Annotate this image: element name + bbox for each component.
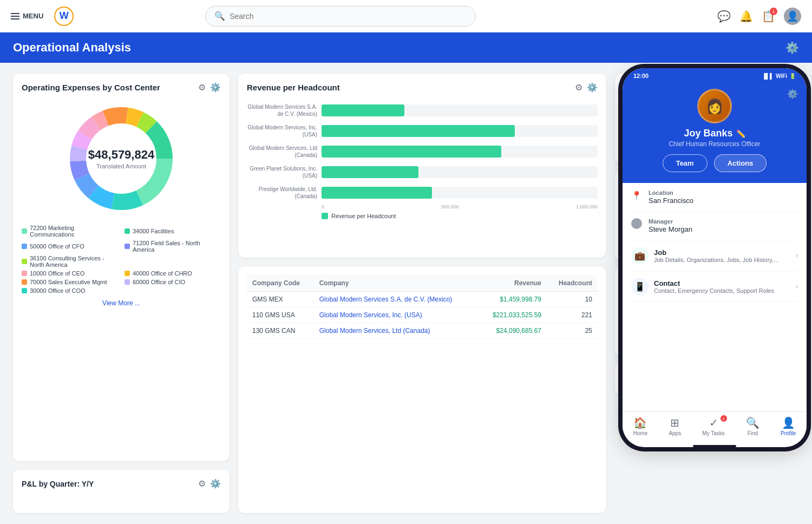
- cell-company[interactable]: Global Modern Services, Ltd (Canada): [314, 323, 479, 339]
- cell-code: 130 GMS CAN: [247, 323, 314, 339]
- job-section-left: 💼 Job Job Details, Organizations, Jobs, …: [631, 247, 778, 264]
- bar-fill: [322, 104, 404, 116]
- contact-section-left: 📱 Contact Contact, Emergency Contacts, S…: [631, 278, 774, 295]
- legend-label: Revenue per Headcount: [331, 213, 396, 219]
- find-label: Find: [748, 430, 758, 436]
- team-button[interactable]: Team: [663, 154, 708, 172]
- legend-item: 72200 Marketing Communications: [22, 225, 118, 238]
- cell-headcount: 10: [547, 292, 598, 307]
- contact-section-title: Contact: [654, 279, 774, 287]
- donut-center: $48,579,824 Translated Amount: [88, 148, 154, 169]
- cell-company[interactable]: Global Modern Services S.A. de C.V. (Mex…: [314, 292, 479, 307]
- actions-button[interactable]: Actions: [714, 154, 767, 172]
- card-header: Operating Expenses by Cost Center ⚙ ⚙️: [22, 82, 221, 93]
- job-section-row[interactable]: 💼 Job Job Details, Organizations, Jobs, …: [631, 240, 798, 271]
- donut-card-title: Operating Expenses by Cost Center: [22, 83, 160, 92]
- nav-logo[interactable]: W: [54, 6, 74, 26]
- phone-gear-icon[interactable]: ⚙️: [787, 89, 798, 99]
- manager-label: Manager: [649, 218, 798, 225]
- bar-chart-actions[interactable]: ⚙ ⚙️: [575, 82, 598, 93]
- left-column: Operating Expenses by Cost Center ⚙ ⚙️: [13, 74, 230, 513]
- legend-item: 34000 Facilities: [125, 225, 221, 238]
- pl-card-actions[interactable]: ⚙ ⚙️: [198, 479, 221, 489]
- bar-track: [322, 125, 598, 137]
- contact-icon: 📱: [631, 278, 649, 295]
- notifications-button[interactable]: 🔔: [739, 10, 753, 23]
- settings-icon-card: ⚙️: [210, 82, 221, 93]
- edit-icon[interactable]: ✏️: [736, 129, 745, 138]
- donut-chart: $48,579,824 Translated Amount: [62, 99, 181, 218]
- bar-track: [322, 146, 598, 158]
- location-icon: 📍: [631, 191, 642, 201]
- tasks-icon: ✓ 1: [709, 416, 718, 429]
- home-label: Home: [633, 430, 648, 436]
- battery-icon: 🔋: [789, 73, 796, 79]
- bar-label: Green Planet Solutions, Inc. (USA): [247, 165, 317, 179]
- home-indicator: [693, 445, 736, 447]
- view-more-button[interactable]: View More ...: [22, 299, 221, 307]
- contact-section-content: Contact Contact, Emergency Contacts, Sup…: [654, 279, 774, 294]
- menu-label: MENU: [23, 12, 43, 20]
- phone-status-bar: 12:00 ▐▌▌ WiFi 🔋: [623, 68, 807, 83]
- home-icon: 🏠: [633, 416, 647, 429]
- job-section-sub: Job Details, Organizations, Jobs, Job Hi…: [654, 257, 778, 263]
- bar-fill: [322, 187, 432, 199]
- table-row: 110 GMS USA Global Modern Services, Inc.…: [247, 307, 598, 323]
- nav-apps[interactable]: ⊞ Apps: [669, 416, 681, 436]
- filter-icon: ⚙: [198, 479, 206, 489]
- data-table: Company Code Company Revenue Headcount G…: [247, 275, 598, 339]
- manager-value: Steve Morgan: [649, 225, 798, 233]
- legend-item: 10000 Office of CEO: [22, 270, 118, 277]
- bar-chart-header: Revenue per Headcount ⚙ ⚙️: [247, 82, 598, 93]
- cell-headcount: 25: [547, 323, 598, 339]
- search-bar[interactable]: 🔍: [205, 6, 476, 27]
- nav-profile[interactable]: 👤 Profile: [781, 416, 796, 436]
- user-avatar[interactable]: 👤: [784, 8, 801, 25]
- nav-find[interactable]: 🔍 Find: [746, 416, 759, 436]
- table-row: GMS MEX Global Modern Services S.A. de C…: [247, 292, 598, 307]
- contact-section-row[interactable]: 📱 Contact Contact, Emergency Contacts, S…: [631, 271, 798, 302]
- search-input[interactable]: [230, 12, 467, 21]
- bar-fill: [322, 166, 418, 178]
- legend-item: 40000 Office of CHRO: [125, 270, 221, 277]
- settings-icon[interactable]: ⚙️: [785, 41, 799, 54]
- bar-track: [322, 104, 598, 116]
- bar-fill: [322, 125, 515, 137]
- nav-tasks[interactable]: ✓ 1 My Tasks: [702, 416, 725, 436]
- cell-headcount: 221: [547, 307, 598, 323]
- page-title: Operational Analysis: [13, 41, 131, 55]
- chat-button[interactable]: 💬: [717, 10, 731, 23]
- donut-container: $48,579,824 Translated Amount: [22, 99, 221, 218]
- pl-card-header: P&L by Quarter: Y/Y ⚙ ⚙️: [22, 479, 221, 489]
- tasks-label: My Tasks: [702, 430, 725, 436]
- settings-icon: ⚙️: [210, 479, 221, 489]
- phone-user-name: Joy Banks ✏️: [684, 128, 745, 139]
- bar-row: Global Modern Services, Inc. (USA): [247, 124, 598, 138]
- contact-section-sub: Contact, Emergency Contacts, Support Rol…: [654, 287, 774, 294]
- cell-company[interactable]: Global Modern Services, Inc. (USA): [314, 307, 479, 323]
- bar-chart-area: Global Modern Services S.A. de C.V. (Mex…: [247, 99, 598, 204]
- wifi-icon: WiFi: [776, 73, 787, 79]
- cell-revenue: $1,459,998.79: [479, 292, 547, 307]
- phone-body: 📍 Location San Francisco Manager Steve M…: [623, 183, 807, 411]
- pl-card: P&L by Quarter: Y/Y ⚙ ⚙️: [13, 470, 230, 513]
- col-company: Company: [314, 275, 479, 292]
- bar-label: Global Modern Services S.A. de C.V. (Mex…: [247, 103, 317, 117]
- chevron-icon: ›: [796, 283, 798, 290]
- location-row: 📍 Location San Francisco: [631, 183, 798, 212]
- mobile-phone: 12:00 ▐▌▌ WiFi 🔋 ⚙️ 👩 Joy Banks ✏️ Chief…: [623, 68, 807, 447]
- filter-icon: ⚙: [198, 82, 206, 93]
- card-actions[interactable]: ⚙ ⚙️: [198, 82, 221, 93]
- legend-item: 70000 Sales Executive Mgmt: [22, 279, 118, 285]
- profile-label: Profile: [781, 430, 796, 436]
- location-value: San Francisco: [649, 196, 798, 205]
- menu-button[interactable]: MENU: [11, 12, 43, 20]
- bar-chart-card: Revenue per Headcount ⚙ ⚙️ Global Modern…: [238, 74, 606, 258]
- inbox-button[interactable]: 📋 1: [762, 10, 775, 23]
- nav-home[interactable]: 🏠 Home: [633, 416, 648, 436]
- apps-label: Apps: [669, 430, 681, 436]
- manager-content: Manager Steve Morgan: [649, 218, 798, 233]
- bar-label: Prestige Worldwide, Ltd. (Canada): [247, 186, 317, 200]
- chevron-icon: ›: [796, 252, 798, 259]
- col-company-code: Company Code: [247, 275, 314, 292]
